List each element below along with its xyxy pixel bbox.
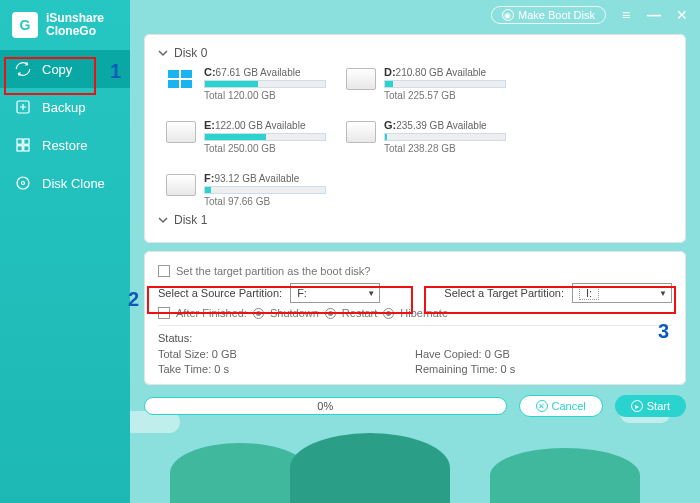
annotation-1: 1 (110, 60, 121, 83)
after-finished-checkbox[interactable] (158, 307, 170, 319)
disk0-header[interactable]: Disk 0 (158, 46, 672, 60)
progress-text: 0% (317, 400, 333, 412)
drive-icon (166, 174, 196, 196)
annotation-3: 3 (658, 320, 669, 343)
status-have-copied: Have Copied: 0 GB (415, 348, 672, 360)
disc-icon: ◉ (502, 9, 514, 21)
usage-bar (204, 80, 326, 88)
menu-button[interactable]: ≡ (618, 7, 634, 23)
annotation-2: 2 (128, 288, 139, 311)
status-heading: Status: (158, 332, 672, 344)
status-remaining: Remaining Time: 0 s (415, 363, 672, 375)
disk1-header[interactable]: Disk 1 (158, 213, 672, 227)
sidebar-item-backup[interactable]: Backup (0, 88, 130, 126)
drive-letter: F: (204, 172, 214, 184)
target-label: Select a Target Partition: (444, 287, 564, 299)
svg-rect-2 (24, 139, 29, 144)
shutdown-label: Shutdown (270, 307, 319, 319)
start-button[interactable]: ▸ Start (615, 395, 686, 417)
chevron-down-icon (158, 48, 168, 58)
app-logo: G iSunshare CloneGo (0, 8, 130, 50)
disk-icon (14, 174, 32, 192)
sidebar-item-disk-clone[interactable]: Disk Clone (0, 164, 130, 202)
plus-box-icon (14, 98, 32, 116)
minimize-button[interactable]: — (646, 7, 662, 23)
after-finished-label: After Finished: (176, 307, 247, 319)
drive-total: Total 238.28 GB (384, 143, 506, 154)
cancel-icon: ✕ (536, 400, 548, 412)
drive-icon (346, 121, 376, 143)
sidebar-item-restore[interactable]: Restore (0, 126, 130, 164)
chevron-down-icon (158, 215, 168, 225)
boot-checkbox[interactable] (158, 265, 170, 277)
hibernate-radio[interactable] (383, 308, 394, 319)
close-button[interactable]: ✕ (674, 7, 690, 23)
drive-available: 235.39 GB Available (396, 120, 486, 131)
progress-bar: 0% (144, 397, 507, 415)
hibernate-label: Hibernate (400, 307, 448, 319)
svg-rect-3 (17, 146, 22, 151)
cancel-button[interactable]: ✕ Cancel (519, 395, 603, 417)
source-label: Select a Source Partition: (158, 287, 282, 299)
target-partition-dropdown[interactable]: I: ▼ (572, 283, 672, 303)
drive-letter: E: (204, 119, 215, 131)
refresh-icon (14, 60, 32, 78)
play-icon: ▸ (631, 400, 643, 412)
restart-label: Restart (342, 307, 377, 319)
start-label: Start (647, 400, 670, 412)
options-panel: Set the target partition as the boot dis… (144, 251, 686, 385)
dropdown-arrow-icon: ▼ (659, 289, 667, 298)
svg-point-6 (22, 182, 25, 185)
status-total-size: Total Size: 0 GB (158, 348, 415, 360)
drive-total: Total 225.57 GB (384, 90, 506, 101)
windows-icon (166, 68, 196, 90)
sidebar-item-label: Disk Clone (42, 176, 105, 191)
status-take-time: Take Time: 0 s (158, 363, 415, 375)
drive-total: Total 250.00 GB (204, 143, 326, 154)
svg-point-5 (17, 177, 29, 189)
drive-available: 210.80 GB Available (396, 67, 486, 78)
grid-icon (14, 136, 32, 154)
usage-bar (384, 80, 506, 88)
svg-rect-4 (24, 146, 29, 151)
make-boot-disk-button[interactable]: ◉ Make Boot Disk (491, 6, 606, 24)
disk1-label: Disk 1 (174, 213, 207, 227)
make-boot-label: Make Boot Disk (518, 9, 595, 21)
cancel-label: Cancel (552, 400, 586, 412)
usage-bar (384, 133, 506, 141)
target-value: I: (579, 286, 599, 300)
sidebar-item-label: Restore (42, 138, 88, 153)
drive-available: 67.61 GB Available (216, 67, 301, 78)
drive-letter: D: (384, 66, 396, 78)
usage-bar (204, 186, 326, 194)
usage-bar (204, 133, 326, 141)
partition-item[interactable]: D:210.80 GB AvailableTotal 225.57 GB (346, 66, 506, 101)
shutdown-radio[interactable] (253, 308, 264, 319)
partition-item[interactable]: F:93.12 GB AvailableTotal 97.66 GB (166, 172, 326, 207)
partition-item[interactable]: E:122.00 GB AvailableTotal 250.00 GB (166, 119, 326, 154)
restart-radio[interactable] (325, 308, 336, 319)
boot-label: Set the target partition as the boot dis… (176, 265, 370, 277)
drive-letter: G: (384, 119, 396, 131)
svg-rect-1 (17, 139, 22, 144)
drive-icon (166, 121, 196, 143)
dropdown-arrow-icon: ▼ (367, 289, 375, 298)
source-partition-dropdown[interactable]: F: ▼ (290, 283, 380, 303)
drive-icon (346, 68, 376, 90)
disk0-label: Disk 0 (174, 46, 207, 60)
app-name-2: CloneGo (46, 25, 104, 38)
drive-total: Total 120.00 GB (204, 90, 326, 101)
drive-available: 122.00 GB Available (215, 120, 305, 131)
sidebar-item-label: Copy (42, 62, 72, 77)
disks-panel: Disk 0 C:67.61 GB AvailableTotal 120.00 … (144, 34, 686, 243)
logo-icon: G (12, 12, 38, 38)
source-value: F: (297, 287, 307, 299)
drive-total: Total 97.66 GB (204, 196, 326, 207)
partition-item[interactable]: C:67.61 GB AvailableTotal 120.00 GB (166, 66, 326, 101)
sidebar-item-label: Backup (42, 100, 85, 115)
partition-item[interactable]: G:235.39 GB AvailableTotal 238.28 GB (346, 119, 506, 154)
drive-available: 93.12 GB Available (214, 173, 299, 184)
drive-letter: C: (204, 66, 216, 78)
